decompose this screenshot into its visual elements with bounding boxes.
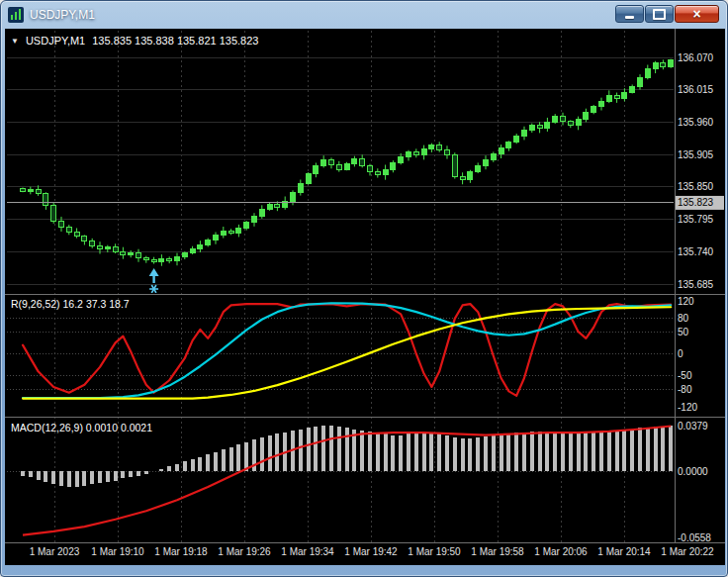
app-icon[interactable] [8,7,24,23]
minimize-button[interactable] [615,5,644,23]
minimize-icon [625,16,634,19]
svg-text:1 Mar 2023: 1 Mar 2023 [30,546,80,557]
maximize-button[interactable] [645,5,674,23]
window-title: USDJPY,M1 [30,8,95,22]
svg-text:80: 80 [678,313,689,324]
svg-text:0: 0 [678,348,683,359]
bid-price-line: 135.823 [7,196,724,210]
window-controls: × [615,5,719,23]
maximize-icon [653,9,666,20]
ohlc-quote: ▼ USDJPY,M1 135.835 135.838 135.821 135.… [11,35,258,47]
price-scale: 136.070136.015135.960135.905135.850135.7… [678,52,714,290]
svg-text:1 Mar 20:14: 1 Mar 20:14 [597,546,651,557]
svg-text:0.0000: 0.0000 [678,466,708,477]
symbol-dropdown-icon[interactable]: ▼ [11,36,19,47]
svg-text:-0.0558: -0.0558 [678,532,711,543]
macd-scale: 0.03790.0000-0.0558 [678,421,711,543]
macd-label: MACD(12,26,9) 0.0010 0.0021 [11,422,152,433]
svg-text:136.070: 136.070 [678,52,714,63]
quote-ohlc: 135.835 135.838 135.821 135.823 [92,35,258,47]
time-axis: 1 Mar 20231 Mar 19:101 Mar 19:181 Mar 19… [30,546,714,557]
buy-arrow-marker [149,268,159,293]
svg-text:-120: -120 [678,402,697,413]
close-icon: × [692,6,700,22]
svg-text:1 Mar 19:58: 1 Mar 19:58 [471,546,524,557]
svg-text:1 Mar 19:50: 1 Mar 19:50 [408,546,461,557]
svg-text:1 Mar 20:22: 1 Mar 20:22 [661,546,714,557]
oscillator-panel [7,303,674,398]
svg-text:1 Mar 19:42: 1 Mar 19:42 [344,546,398,557]
svg-text:1 Mar 20:06: 1 Mar 20:06 [534,546,588,557]
close-button[interactable]: × [675,5,719,23]
titlebar[interactable]: USDJPY,M1 × [1,1,727,29]
svg-text:1 Mar 19:18: 1 Mar 19:18 [154,546,208,557]
svg-text:-80: -80 [678,384,692,395]
svg-text:135.960: 135.960 [678,117,714,128]
svg-text:1 Mar 19:10: 1 Mar 19:10 [91,546,144,557]
oscillator-line-mid-cyan [23,303,671,398]
chart-canvas[interactable]: 135.823136.070136.015135.960135.905135.8… [5,29,725,565]
svg-text:1 Mar 19:26: 1 Mar 19:26 [218,546,271,557]
macd-panel [7,426,674,535]
svg-text:135.685: 135.685 [678,279,714,290]
chart-icon [8,7,24,23]
svg-text:-50: -50 [678,370,692,381]
svg-text:0.0379: 0.0379 [678,421,708,432]
svg-text:135.740: 135.740 [678,246,714,257]
quote-symbol: USDJPY,M1 [26,35,85,47]
svg-text:136.015: 136.015 [678,84,714,95]
oscillator-label: R(9,26,52) 16.2 37.3 18.7 [11,298,130,310]
svg-text:135.823: 135.823 [678,197,714,208]
svg-text:135.795: 135.795 [678,214,714,225]
svg-text:120: 120 [678,296,694,307]
svg-text:50: 50 [678,327,689,337]
price-gridlines [7,57,674,284]
oscillator-scale: 12080500-50-80-120 [678,296,697,413]
svg-text:135.905: 135.905 [678,149,714,160]
svg-text:1 Mar 19:34: 1 Mar 19:34 [281,546,334,557]
chart-area: 135.823136.070136.015135.960135.905135.8… [5,29,725,565]
mt4-chart-window: USDJPY,M1 × 135.823136.070136.015135.960… [0,0,728,577]
svg-text:135.850: 135.850 [678,181,714,192]
